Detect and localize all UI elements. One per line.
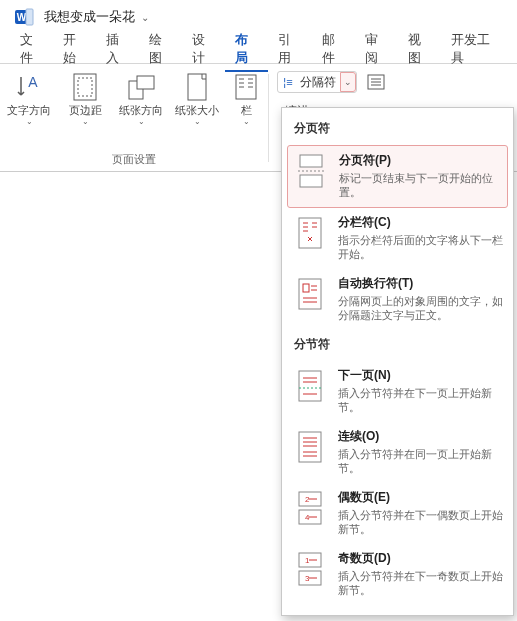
item-desc: 插入分节符并在下一偶数页上开始新节。 [338,508,503,536]
word-app-icon: W [14,7,34,27]
svg-rect-4 [74,74,96,100]
continuous-icon [294,428,326,466]
breaks-dropdown: 分页符 分页符(P) 标记一页结束与下一页开始的位置。 分栏符(C) 指示分栏符… [281,107,514,616]
menu-item-continuous[interactable]: 连续(O) 插入分节符并在同一页上开始新节。 [282,422,513,483]
menu-item-odd-page[interactable]: 13 奇数页(D) 插入分节符并在下一奇数页上开始新节。 [282,544,513,605]
breaks-icon: ¦≡ [278,76,298,88]
margins-label: 页边距 [69,104,102,117]
breaks-label: 分隔符 [298,74,338,91]
svg-rect-5 [78,78,92,96]
line-numbers-icon [366,73,386,91]
svg-rect-40 [299,432,321,462]
orientation-icon [126,72,156,102]
item-desc: 插入分节符并在下一页上开始新节。 [338,386,503,414]
item-title: 分页符(P) [339,152,502,169]
column-break-icon [294,214,326,252]
columns-label: 栏 [241,104,252,117]
item-desc: 插入分节符并在同一页上开始新节。 [338,447,503,475]
chevron-down-icon: ⌄ [26,117,33,126]
svg-rect-7 [137,76,154,89]
item-desc: 指示分栏符后面的文字将从下一栏开始。 [338,233,503,261]
tab-developer[interactable]: 开发工具 [441,25,507,72]
next-page-icon [294,367,326,405]
ribbon-tabs: 文件 开始 插入 绘图 设计 布局 引用 邮件 审阅 视图 开发工具 [0,34,517,64]
document-title: 我想变成一朵花 [44,8,135,26]
item-title: 奇数页(D) [338,550,503,567]
odd-page-icon: 13 [294,550,326,588]
svg-rect-20 [300,155,322,167]
menu-item-even-page[interactable]: 24 偶数页(E) 插入分节符并在下一偶数页上开始新节。 [282,483,513,544]
text-wrap-icon [294,275,326,313]
orientation-label: 纸张方向 [119,104,163,117]
group-label: 页面设置 [0,152,268,167]
item-desc: 分隔网页上的对象周围的文字，如分隔题注文字与正文。 [338,294,503,322]
page-break-icon [295,152,327,190]
item-title: 连续(O) [338,428,503,445]
menu-item-text-wrapping[interactable]: 自动换行符(T) 分隔网页上的对象周围的文字，如分隔题注文字与正文。 [282,269,513,330]
breaks-split-button[interactable]: ¦≡ 分隔符 ⌄ [277,71,357,93]
item-desc: 标记一页结束与下一页开始的位置。 [339,171,502,199]
svg-rect-23 [299,218,321,248]
chevron-down-icon[interactable]: ⌄ [141,12,149,23]
svg-rect-29 [299,279,321,309]
size-label: 纸张大小 [175,104,219,117]
margins-icon [70,72,100,102]
item-desc: 插入分节符并在下一奇数页上开始新节。 [338,569,503,597]
margins-button[interactable]: 页边距 ⌄ [59,70,111,128]
svg-rect-21 [300,175,322,187]
chevron-down-icon: ⌄ [138,117,145,126]
menu-item-next-page[interactable]: 下一页(N) 插入分节符并在下一页上开始新节。 [282,361,513,422]
line-numbers-button[interactable] [363,71,389,93]
item-title: 偶数页(E) [338,489,503,506]
columns-button[interactable]: 栏 ⌄ [227,70,265,128]
dropdown-header-page-breaks: 分页符 [282,114,513,145]
svg-rect-8 [188,74,206,100]
svg-text:A: A [28,74,38,90]
item-title: 自动换行符(T) [338,275,503,292]
size-button[interactable]: 纸张大小 ⌄ [171,70,223,128]
chevron-down-icon: ⌄ [82,117,89,126]
chevron-down-icon[interactable]: ⌄ [340,72,356,92]
size-icon [182,72,212,102]
group-page-setup: A 文字方向 ⌄ 页边距 ⌄ 纸张方向 ⌄ 纸张大小 ⌄ 栏 [0,64,268,171]
columns-icon [231,72,261,102]
text-direction-button[interactable]: A 文字方向 ⌄ [3,70,55,128]
menu-item-page-break[interactable]: 分页符(P) 标记一页结束与下一页开始的位置。 [287,145,508,208]
menu-item-column-break[interactable]: 分栏符(C) 指示分栏符后面的文字将从下一栏开始。 [282,208,513,269]
svg-rect-2 [26,9,33,25]
tab-view[interactable]: 视图 [398,25,441,72]
chevron-down-icon: ⌄ [194,117,201,126]
text-direction-label: 文字方向 [7,104,51,117]
dropdown-header-section-breaks: 分节符 [282,330,513,361]
svg-rect-35 [299,371,321,401]
even-page-icon: 24 [294,489,326,527]
chevron-down-icon: ⌄ [243,117,250,126]
item-title: 下一页(N) [338,367,503,384]
text-direction-icon: A [14,72,44,102]
svg-text:W: W [17,12,27,23]
orientation-button[interactable]: 纸张方向 ⌄ [115,70,167,128]
item-title: 分栏符(C) [338,214,503,231]
